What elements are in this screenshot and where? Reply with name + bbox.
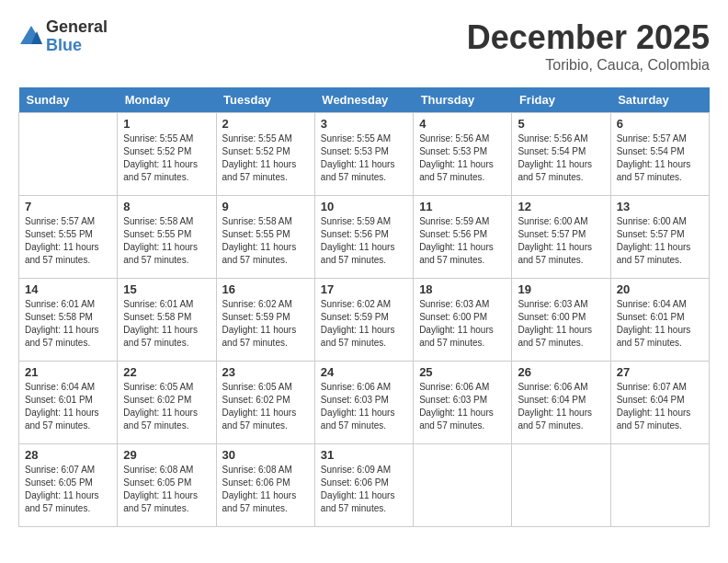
table-row: 29Sunrise: 6:08 AM Sunset: 6:05 PM Dayli…: [118, 444, 216, 527]
day-number: 4: [419, 117, 506, 131]
day-number: 19: [518, 282, 604, 296]
calendar-week-row: 1Sunrise: 5:55 AM Sunset: 5:52 PM Daylig…: [19, 113, 710, 196]
day-number: 13: [617, 200, 703, 213]
table-row: 5Sunrise: 5:56 AM Sunset: 5:54 PM Daylig…: [512, 113, 610, 196]
table-row: 15Sunrise: 6:01 AM Sunset: 5:58 PM Dayli…: [118, 279, 216, 362]
day-info: Sunrise: 6:00 AM Sunset: 5:57 PM Dayligh…: [518, 215, 604, 267]
table-row: 4Sunrise: 5:56 AM Sunset: 5:53 PM Daylig…: [414, 113, 512, 196]
day-number: 15: [123, 282, 210, 296]
table-row: 26Sunrise: 6:06 AM Sunset: 6:04 PM Dayli…: [512, 362, 610, 444]
day-number: 21: [25, 365, 111, 379]
table-row: 30Sunrise: 6:08 AM Sunset: 6:06 PM Dayli…: [216, 444, 314, 527]
calendar-week-row: 7Sunrise: 5:57 AM Sunset: 5:55 PM Daylig…: [19, 196, 710, 279]
day-number: 3: [321, 117, 407, 131]
day-number: 24: [321, 365, 407, 379]
table-row: 16Sunrise: 6:02 AM Sunset: 5:59 PM Dayli…: [216, 279, 314, 362]
calendar-week-row: 28Sunrise: 6:07 AM Sunset: 6:05 PM Dayli…: [19, 444, 710, 527]
table-row: 20Sunrise: 6:04 AM Sunset: 6:01 PM Dayli…: [610, 279, 709, 362]
day-number: 10: [321, 200, 407, 213]
table-row: 22Sunrise: 6:05 AM Sunset: 6:02 PM Dayli…: [118, 362, 216, 444]
table-row: 21Sunrise: 6:04 AM Sunset: 6:01 PM Dayli…: [19, 362, 118, 444]
calendar-week-row: 21Sunrise: 6:04 AM Sunset: 6:01 PM Dayli…: [19, 362, 710, 444]
logo-text: General Blue: [46, 18, 108, 55]
day-number: 16: [222, 282, 309, 296]
month-title: December 2025: [467, 18, 710, 57]
day-number: 18: [419, 282, 506, 296]
table-row: 3Sunrise: 5:55 AM Sunset: 5:53 PM Daylig…: [314, 113, 413, 196]
day-info: Sunrise: 6:06 AM Sunset: 6:03 PM Dayligh…: [321, 381, 407, 432]
table-row: 17Sunrise: 6:02 AM Sunset: 5:59 PM Dayli…: [314, 279, 413, 362]
day-info: Sunrise: 6:03 AM Sunset: 6:00 PM Dayligh…: [518, 298, 604, 350]
day-number: 23: [222, 365, 309, 379]
day-info: Sunrise: 6:05 AM Sunset: 6:02 PM Dayligh…: [222, 381, 309, 432]
day-number: 2: [222, 117, 309, 131]
day-info: Sunrise: 5:57 AM Sunset: 5:55 PM Dayligh…: [25, 215, 111, 267]
day-info: Sunrise: 6:07 AM Sunset: 6:05 PM Dayligh…: [25, 464, 111, 515]
table-row: 10Sunrise: 5:59 AM Sunset: 5:56 PM Dayli…: [314, 196, 413, 279]
table-row: 8Sunrise: 5:58 AM Sunset: 5:55 PM Daylig…: [118, 196, 216, 279]
table-row: 31Sunrise: 6:09 AM Sunset: 6:06 PM Dayli…: [314, 444, 413, 527]
day-info: Sunrise: 6:06 AM Sunset: 6:04 PM Dayligh…: [518, 381, 604, 432]
day-info: Sunrise: 5:55 AM Sunset: 5:52 PM Dayligh…: [222, 132, 309, 184]
day-info: Sunrise: 6:04 AM Sunset: 6:01 PM Dayligh…: [25, 381, 111, 432]
day-info: Sunrise: 5:59 AM Sunset: 5:56 PM Dayligh…: [419, 215, 506, 267]
day-number: 1: [123, 117, 210, 131]
day-number: 8: [123, 200, 210, 213]
table-row: 18Sunrise: 6:03 AM Sunset: 6:00 PM Dayli…: [414, 279, 512, 362]
day-info: Sunrise: 6:00 AM Sunset: 5:57 PM Dayligh…: [617, 215, 703, 267]
day-number: 29: [123, 448, 210, 462]
day-number: 20: [617, 282, 703, 296]
day-info: Sunrise: 6:01 AM Sunset: 5:58 PM Dayligh…: [25, 298, 111, 350]
day-number: 5: [518, 117, 604, 131]
table-row: [610, 444, 709, 527]
day-info: Sunrise: 6:02 AM Sunset: 5:59 PM Dayligh…: [222, 298, 309, 350]
header-wednesday: Wednesday: [314, 87, 413, 113]
day-number: 11: [419, 200, 506, 213]
logo: General Blue: [18, 18, 108, 55]
header-thursday: Thursday: [414, 87, 512, 113]
calendar-header-row: Sunday Monday Tuesday Wednesday Thursday…: [19, 87, 710, 113]
table-row: 23Sunrise: 6:05 AM Sunset: 6:02 PM Dayli…: [216, 362, 314, 444]
day-info: Sunrise: 5:55 AM Sunset: 5:52 PM Dayligh…: [123, 132, 210, 184]
title-section: December 2025 Toribio, Cauca, Colombia: [467, 18, 710, 74]
table-row: 9Sunrise: 5:58 AM Sunset: 5:55 PM Daylig…: [216, 196, 314, 279]
page-header: General Blue December 2025 Toribio, Cauc…: [18, 18, 710, 74]
day-number: 25: [419, 365, 506, 379]
day-number: 26: [518, 365, 604, 379]
day-number: 22: [123, 365, 210, 379]
day-info: Sunrise: 5:56 AM Sunset: 5:54 PM Dayligh…: [518, 132, 604, 184]
header-sunday: Sunday: [19, 87, 118, 113]
day-number: 9: [222, 200, 309, 213]
day-number: 17: [321, 282, 407, 296]
header-saturday: Saturday: [610, 87, 709, 113]
day-info: Sunrise: 6:07 AM Sunset: 6:04 PM Dayligh…: [617, 381, 703, 432]
day-info: Sunrise: 6:06 AM Sunset: 6:03 PM Dayligh…: [419, 381, 506, 432]
header-monday: Monday: [118, 87, 216, 113]
day-number: 31: [321, 448, 407, 462]
table-row: 13Sunrise: 6:00 AM Sunset: 5:57 PM Dayli…: [610, 196, 709, 279]
day-number: 12: [518, 200, 604, 213]
day-info: Sunrise: 6:03 AM Sunset: 6:00 PM Dayligh…: [419, 298, 506, 350]
table-row: 1Sunrise: 5:55 AM Sunset: 5:52 PM Daylig…: [118, 113, 216, 196]
table-row: 2Sunrise: 5:55 AM Sunset: 5:52 PM Daylig…: [216, 113, 314, 196]
header-tuesday: Tuesday: [216, 87, 314, 113]
logo-icon: [18, 24, 44, 50]
table-row: 28Sunrise: 6:07 AM Sunset: 6:05 PM Dayli…: [19, 444, 118, 527]
day-number: 28: [25, 448, 111, 462]
table-row: 24Sunrise: 6:06 AM Sunset: 6:03 PM Dayli…: [314, 362, 413, 444]
day-info: Sunrise: 6:09 AM Sunset: 6:06 PM Dayligh…: [321, 464, 407, 515]
table-row: 14Sunrise: 6:01 AM Sunset: 5:58 PM Dayli…: [19, 279, 118, 362]
day-info: Sunrise: 6:01 AM Sunset: 5:58 PM Dayligh…: [123, 298, 210, 350]
day-info: Sunrise: 6:04 AM Sunset: 6:01 PM Dayligh…: [617, 298, 703, 350]
day-info: Sunrise: 5:59 AM Sunset: 5:56 PM Dayligh…: [321, 215, 407, 267]
day-info: Sunrise: 5:58 AM Sunset: 5:55 PM Dayligh…: [222, 215, 309, 267]
day-info: Sunrise: 6:08 AM Sunset: 6:05 PM Dayligh…: [123, 464, 210, 515]
day-info: Sunrise: 5:56 AM Sunset: 5:53 PM Dayligh…: [419, 132, 506, 184]
day-number: 27: [617, 365, 703, 379]
day-info: Sunrise: 6:08 AM Sunset: 6:06 PM Dayligh…: [222, 464, 309, 515]
table-row: 12Sunrise: 6:00 AM Sunset: 5:57 PM Dayli…: [512, 196, 610, 279]
calendar-week-row: 14Sunrise: 6:01 AM Sunset: 5:58 PM Dayli…: [19, 279, 710, 362]
day-number: 30: [222, 448, 309, 462]
table-row: 6Sunrise: 5:57 AM Sunset: 5:54 PM Daylig…: [610, 113, 709, 196]
table-row: 19Sunrise: 6:03 AM Sunset: 6:00 PM Dayli…: [512, 279, 610, 362]
